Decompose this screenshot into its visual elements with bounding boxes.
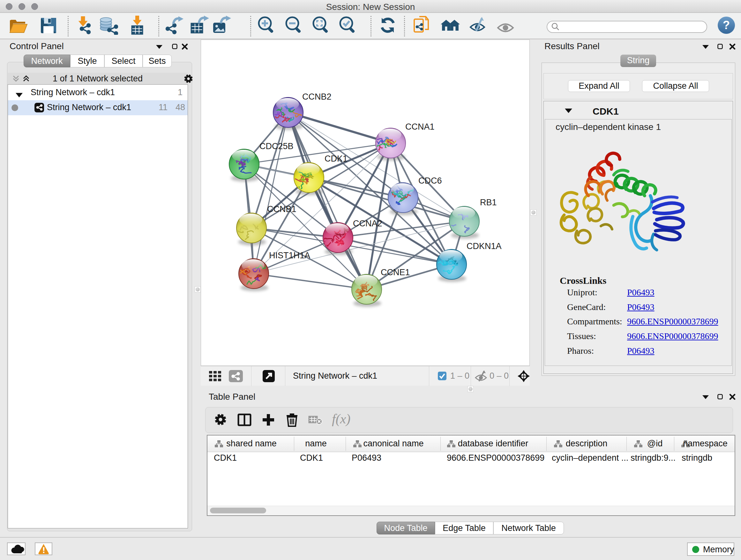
svg-text:CDC6: CDC6 <box>418 176 442 186</box>
svg-text:CCNE1: CCNE1 <box>381 267 410 277</box>
svg-text:CCNB2: CCNB2 <box>302 92 332 102</box>
svg-text:HIST1H1A: HIST1H1A <box>269 251 310 260</box>
svg-text:CCNB1: CCNB1 <box>267 204 296 214</box>
svg-text:CCNA2: CCNA2 <box>353 219 382 228</box>
svg-text:CDC25B: CDC25B <box>259 141 293 151</box>
svg-text:?: ? <box>723 18 730 32</box>
svg-text:RB1: RB1 <box>480 198 497 207</box>
svg-text:CDK1: CDK1 <box>325 154 347 164</box>
svg-text:CDKN1A: CDKN1A <box>467 241 502 251</box>
svg-text:CCNA1: CCNA1 <box>405 122 434 132</box>
